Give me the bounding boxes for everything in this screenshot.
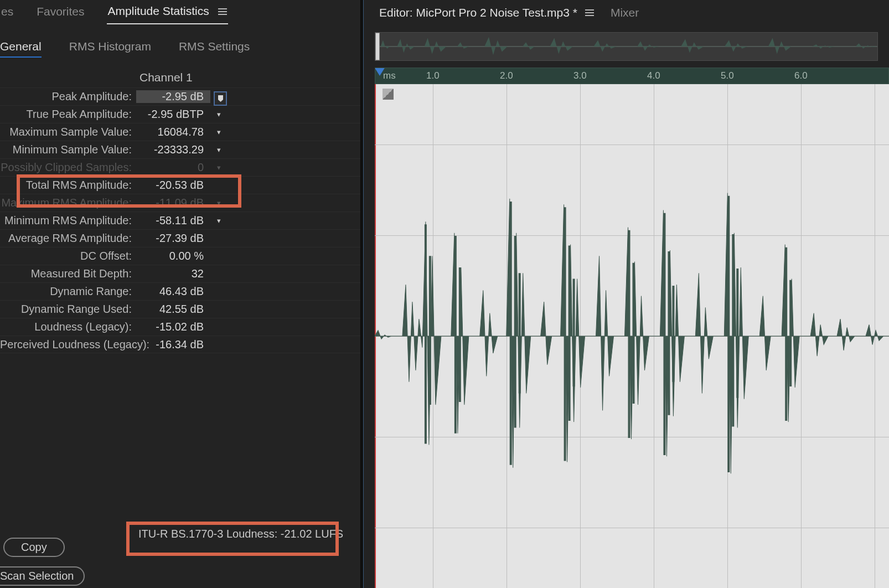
editor-tab-bar: Editor: MicPort Pro 2 Noise Test.mp3 * M… [364,0,889,24]
tab-amplitude-statistics[interactable]: Amplitude Statistics [107,2,228,24]
row-bit-depth: Measured Bit Depth: 32 [0,265,360,282]
label-max-rms: Maximum RMS Amplitude: [0,197,136,209]
label-dynamic-range-used: Dynamic Range Used: [0,303,136,316]
value-clipped[interactable]: 0 [136,161,210,174]
value-true-peak[interactable]: -2.95 dBTP [136,108,210,121]
tab-editor-label: Editor: MicPort Pro 2 Noise Test.mp3 * [379,6,577,19]
value-perceived-loudness[interactable]: -16.34 dB [136,338,210,351]
label-dynamic-range: Dynamic Range: [0,285,136,298]
marker-button-selected[interactable] [214,91,227,106]
panel-menu-icon[interactable] [218,8,227,15]
label-dc-offset: DC Offset: [0,250,136,262]
value-bit-depth[interactable]: 32 [136,267,210,280]
ruler-tick: 5.0 [721,70,734,81]
panel-tab-bar: es Favorites Amplitude Statistics [0,0,360,24]
copy-button[interactable]: Copy [3,538,65,557]
value-loudness-legacy[interactable]: -15.02 dB [136,321,210,333]
marker-button[interactable]: ▾ [217,146,230,154]
tab-editor[interactable]: Editor: MicPort Pro 2 Noise Test.mp3 * [379,6,594,19]
label-bit-depth: Measured Bit Depth: [0,267,136,280]
row-dc-offset: DC Offset: 0.00 % [0,247,360,265]
value-max-rms[interactable]: -11.09 dB [136,197,210,209]
marker-button[interactable]: ▾ [217,163,230,172]
value-total-rms[interactable]: -20.53 dB [136,179,210,192]
row-clipped: Possibly Clipped Samples: 0 ▾ [0,158,360,176]
ruler-tick: 4.0 [647,70,660,81]
subtab-rms-settings[interactable]: RMS Settings [179,40,250,58]
label-true-peak: True Peak Amplitude: [0,108,136,121]
value-min-rms[interactable]: -58.11 dB [136,214,210,227]
waveform-overview[interactable] [375,32,878,61]
label-max-sample: Maximum Sample Value: [0,126,136,138]
waveform-display[interactable] [375,84,889,588]
main-waveform-svg [375,84,889,588]
label-min-sample: Minimum Sample Value: [0,143,136,156]
row-avg-rms: Average RMS Amplitude: -27.39 dB [0,229,360,247]
label-loudness-legacy: Loudness (Legacy): [0,321,136,333]
editor-menu-icon[interactable] [585,9,594,16]
ruler-tick: 1.0 [426,70,440,81]
overview-waveform-svg [375,33,877,60]
subtab-general[interactable]: General [0,40,42,58]
row-max-sample: Maximum Sample Value: 16084.78 ▾ [0,123,360,141]
value-max-sample[interactable]: 16084.78 [136,126,210,138]
channel-header: Channel 1 [139,69,360,87]
label-min-rms: Minimum RMS Amplitude: [0,214,136,227]
value-dc-offset[interactable]: 0.00 % [136,250,210,262]
stats-subtab-bar: General RMS Histogram RMS Settings [0,24,360,65]
time-ruler[interactable]: ms 1.0 2.0 3.0 4.0 5.0 6.0 [375,68,889,84]
value-peak-amplitude-text: -2.95 dB [162,90,204,102]
ruler-tick: 3.0 [573,70,587,81]
row-loudness-legacy: Loudness (Legacy): -15.02 dB [0,318,360,336]
tab-favorites[interactable]: Favorites [35,3,85,24]
tab-mixer[interactable]: Mixer [611,6,639,19]
marker-button[interactable]: ▾ [217,199,230,207]
ruler-tick: 2.0 [500,70,513,81]
row-dynamic-range-used: Dynamic Range Used: 42.55 dB [0,300,360,318]
row-min-rms: Minimum RMS Amplitude: -58.11 dB ▾ [0,212,360,229]
subtab-rms-histogram[interactable]: RMS Histogram [69,40,151,58]
marker-icon [218,95,224,102]
row-dynamic-range: Dynamic Range: 46.43 dB [0,282,360,300]
label-total-rms: Total RMS Amplitude: [0,179,136,192]
ruler-tick: 6.0 [794,70,808,81]
row-min-sample: Minimum Sample Value: -23333.29 ▾ [0,141,360,158]
stats-area: Channel 1 Peak Amplitude: -2.95 dB True … [0,65,360,538]
label-clipped: Possibly Clipped Samples: [0,161,136,174]
marker-button[interactable]: ▾ [217,110,230,118]
row-total-rms: Total RMS Amplitude: -20.53 dB [0,176,360,194]
amplitude-statistics-panel: es Favorites Amplitude Statistics Genera… [0,0,360,588]
tab-files-partial[interactable]: es [0,3,14,24]
label-avg-rms: Average RMS Amplitude: [0,232,136,245]
row-max-rms: Maximum RMS Amplitude: -11.09 dB ▾ [0,194,360,212]
editor-panel: Editor: MicPort Pro 2 Noise Test.mp3 * M… [364,0,889,588]
stats-table: Peak Amplitude: -2.95 dB True Peak Ampli… [0,87,360,353]
scan-selection-button[interactable]: Scan Selection [0,566,85,586]
row-perceived-loudness: Perceived Loudness (Legacy): -16.34 dB [0,336,360,353]
row-true-peak: True Peak Amplitude: -2.95 dBTP ▾ [0,105,360,123]
marker-button[interactable]: ▾ [217,128,230,136]
label-peak-amplitude: Peak Amplitude: [0,90,136,103]
value-avg-rms[interactable]: -27.39 dB [136,232,210,245]
value-dynamic-range-used[interactable]: 42.55 dB [136,303,210,316]
value-min-sample[interactable]: -23333.29 [136,143,210,156]
value-dynamic-range[interactable]: 46.43 dB [136,285,210,298]
overview-handle-left[interactable] [375,33,380,60]
ruler-unit: ms [383,70,396,81]
row-peak-amplitude: Peak Amplitude: -2.95 dB [0,87,360,105]
tab-amplitude-statistics-label: Amplitude Statistics [108,4,209,17]
value-peak-amplitude[interactable]: -2.95 dB [136,90,210,103]
lufs-readout: ITU-R BS.1770-3 Loudness: -21.02 LUFS [138,528,343,540]
label-perceived-loudness: Perceived Loudness (Legacy): [0,338,136,351]
marker-button[interactable]: ▾ [217,216,230,225]
